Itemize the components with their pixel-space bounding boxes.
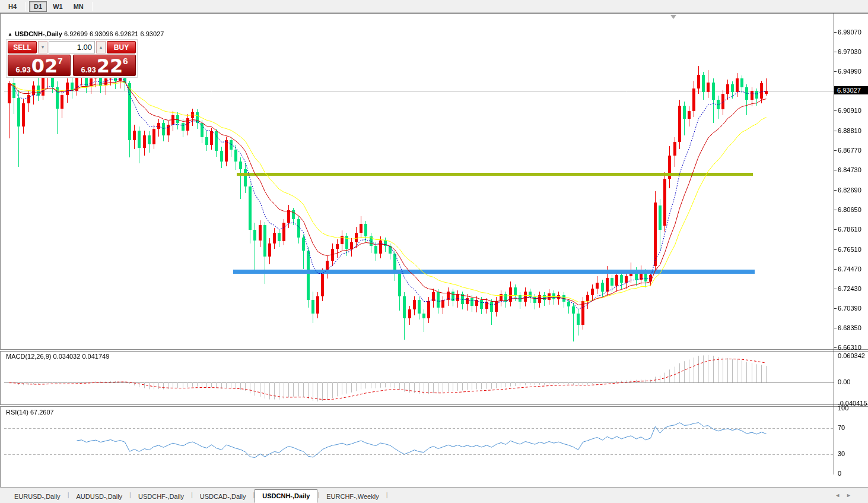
price-tick-label: 6.99070 (838, 29, 861, 36)
buy-button[interactable]: BUY (107, 41, 136, 53)
price-tick-mark (834, 52, 837, 52)
price-tick-label: 6.74470 (838, 265, 861, 273)
price-tick-mark (834, 170, 837, 170)
price-tick-mark (834, 347, 837, 348)
chart-ohlc-values: 6.92699 6.93096 6.92621 6.93027 (64, 30, 164, 37)
price-tick-mark (834, 190, 837, 191)
price-tick-label: 6.94990 (838, 68, 861, 75)
rsi-axis-label: 0 (838, 470, 841, 477)
sell-button[interactable]: SELL (8, 41, 37, 53)
macd-axis-label: 0.00 (838, 378, 850, 385)
buy-price-main: 22 (97, 58, 123, 74)
sell-price-button[interactable]: 6.93 02 7 (8, 55, 71, 76)
sell-price-main: 02 (31, 58, 58, 74)
price-tick-mark (834, 289, 837, 289)
price-tick-label: 6.90910 (838, 107, 861, 114)
price-tick-mark (834, 269, 837, 270)
macd-axis-label: 0.060342 (838, 352, 865, 359)
chart-tab-eurusd[interactable]: EURUSD-,Daily (7, 491, 68, 503)
timeframe-button-mn[interactable]: MN (69, 1, 88, 12)
buy-price-sup: 6 (123, 56, 128, 66)
price-tick-label: 6.70390 (838, 305, 861, 312)
chart-shift-marker-icon[interactable] (670, 15, 676, 19)
price-tick-label: 6.80650 (838, 206, 861, 213)
macd-indicator-label: MACD(12,26,9) 0.034032 0.041749 (6, 353, 109, 360)
chart-tab-usdcnh[interactable]: USDCNH-,Daily (255, 489, 317, 503)
sell-price-sup: 7 (58, 56, 62, 66)
current-price-tag: 6.93027 (834, 86, 868, 94)
chart-tab-eurchf[interactable]: EURCHF-,Weekly (319, 491, 386, 503)
tab-separator: | (386, 491, 388, 499)
price-tick-label: 6.88810 (838, 127, 861, 134)
price-tick-label: 6.97030 (838, 48, 861, 55)
price-tick-mark (834, 131, 837, 131)
timeframe-button-h4[interactable]: H4 (4, 1, 21, 12)
price-tick-label: 6.76510 (838, 246, 861, 253)
pane-splitter-macd[interactable] (0, 349, 868, 352)
chart-title-bar: ▲USDCNH-,Daily 6.92699 6.93096 6.92621 6… (8, 30, 164, 37)
pane-splitter-rsi[interactable] (0, 404, 868, 407)
price-tick-mark (834, 328, 837, 328)
toolbar-separator (92, 2, 93, 11)
chart-tab-bar: EURUSD-,Daily|AUDUSD-,Daily|USDCHF-,Dail… (0, 487, 868, 503)
chart-symbol-title: USDCNH-,Daily (15, 30, 62, 37)
timeframe-button-d1[interactable]: D1 (29, 1, 47, 12)
price-tick-mark (834, 308, 837, 309)
rsi-axis-label: 30 (838, 450, 845, 457)
price-tick-label: 6.86770 (838, 147, 861, 154)
volume-input[interactable] (49, 41, 95, 53)
rsi-axis-label: 70 (838, 424, 845, 431)
tab-scroll-right-icon[interactable]: ► (846, 492, 857, 498)
tab-scroll-left-icon[interactable]: ◄ (835, 492, 846, 498)
one-click-trading-panel: SELL ▾ ▴ BUY 6.93 02 7 6.93 22 6 (6, 39, 138, 78)
terminal-window: H4D1W1MN ▲USDCNH-,Daily 6.92699 6.93096 … (0, 0, 868, 503)
price-tick-mark (834, 71, 837, 72)
price-tick-mark (834, 249, 837, 250)
buy-price-button[interactable]: 6.93 22 6 (73, 55, 136, 76)
chart-canvas[interactable] (1, 14, 868, 488)
chart-window: ▲USDCNH-,Daily 6.92699 6.93096 6.92621 6… (0, 13, 868, 487)
price-tick-label: 6.66310 (838, 344, 861, 351)
chart-tab-audusd[interactable]: AUDUSD-,Daily (69, 491, 129, 503)
timeframe-button-w1[interactable]: W1 (48, 1, 68, 12)
sell-price-prefix: 6.93 (15, 65, 30, 74)
timeframe-toolbar: H4D1W1MN (0, 0, 868, 13)
volume-increase-button[interactable]: ▴ (96, 41, 106, 53)
price-axis-border (834, 13, 834, 474)
price-tick-label: 6.68350 (838, 324, 861, 331)
one-click-collapse-icon[interactable]: ▲ (8, 31, 12, 37)
toolbar-separator (25, 2, 26, 11)
rsi-axis-label: 100 (838, 404, 848, 412)
price-tick-mark (834, 150, 837, 151)
price-tick-mark (834, 229, 837, 230)
price-tick-mark (834, 210, 837, 210)
price-tick-label: 6.78610 (838, 226, 861, 233)
tab-scroll-arrows[interactable]: ◄► (835, 492, 857, 498)
price-tick-label: 6.82690 (838, 186, 861, 194)
price-tick-label: 6.72430 (838, 285, 861, 292)
buy-price-prefix: 6.93 (81, 65, 96, 74)
price-tick-mark (834, 110, 837, 111)
price-tick-label: 6.84730 (838, 166, 861, 173)
chart-tab-usdcad[interactable]: USDCAD-,Daily (193, 491, 253, 503)
rsi-indicator-label: RSI(14) 67.2607 (6, 409, 54, 416)
price-tick-mark (834, 32, 837, 33)
chart-tab-usdchf[interactable]: USDCHF-,Daily (131, 491, 191, 503)
volume-decrease-button[interactable]: ▾ (38, 41, 47, 53)
